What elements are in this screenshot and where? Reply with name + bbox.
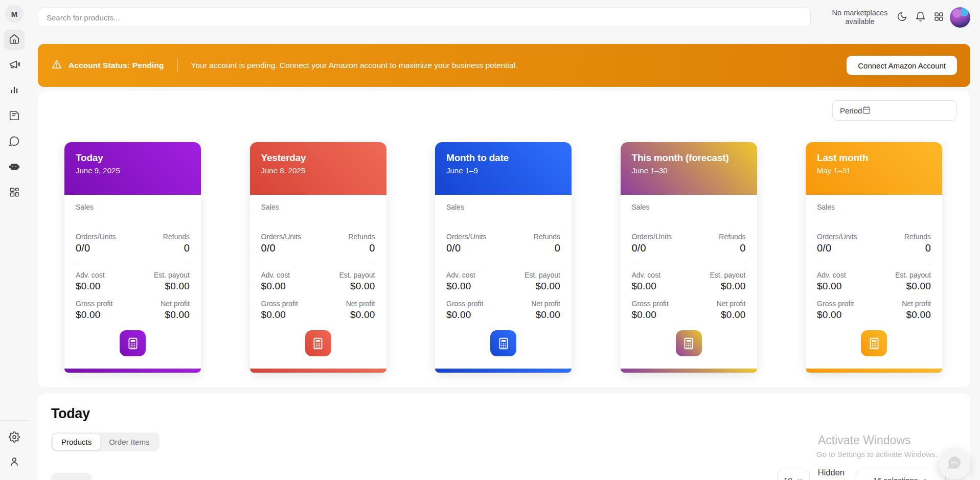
sales-label: Sales <box>446 203 560 211</box>
stat-card-header: Month to date June 1–9 <box>435 142 572 195</box>
adv-cost-value: $0.00 <box>261 281 290 292</box>
gross-profit-value: $0.00 <box>76 309 112 321</box>
est-payout-label: Est. payout <box>710 271 745 279</box>
sidebar-item-home[interactable] <box>4 30 25 50</box>
est-payout-label: Est. payout <box>339 271 375 279</box>
tab-products[interactable]: Products <box>53 434 100 450</box>
card-divider <box>817 263 931 263</box>
gear-icon <box>9 431 20 445</box>
export-button[interactable]: Export <box>51 473 92 480</box>
orders-units-label: Orders/Units <box>817 233 857 241</box>
avatar[interactable] <box>950 7 970 28</box>
period-dropdown[interactable]: Period <box>832 100 957 121</box>
search-input[interactable] <box>38 8 811 27</box>
stat-card-header: Today June 9, 2025 <box>64 142 201 195</box>
est-payout-value: $0.00 <box>154 281 190 292</box>
stat-card-date: May 1–31 <box>817 166 931 175</box>
notifications-button[interactable] <box>911 8 929 27</box>
chat-bubble-icon <box>946 454 963 473</box>
stat-card-title: This month (forecast) <box>632 152 746 164</box>
sidebar-item-ai-assistant[interactable] <box>4 157 25 178</box>
home-icon <box>9 33 20 47</box>
stat-cards-row: Today June 9, 2025 Sales Orders/Units0/0… <box>64 142 942 373</box>
sidebar-item-marketing[interactable] <box>4 55 25 76</box>
sidebar-item-settings[interactable] <box>4 428 25 448</box>
sidebar-item-notes[interactable] <box>4 106 25 127</box>
sidebar-item-apps[interactable] <box>4 183 25 203</box>
today-section: Today Products Order Items Export 10 Hid… <box>38 394 970 480</box>
adv-cost-label: Adv. cost <box>76 271 105 279</box>
sales-label: Sales <box>76 203 190 211</box>
orders-units-value: 0/0 <box>446 242 487 254</box>
calculator-button[interactable] <box>305 330 331 356</box>
note-icon <box>9 110 20 123</box>
tab-order-items[interactable]: Order Items <box>100 434 158 450</box>
gross-profit-label: Gross profit <box>446 300 483 308</box>
adv-cost-value: $0.00 <box>446 281 475 292</box>
stat-card-title: Yesterday <box>261 152 375 164</box>
stat-card-header: This month (forecast) June 1–30 <box>621 142 757 195</box>
connect-amazon-button[interactable]: Connect Amazon Account <box>847 56 957 75</box>
warning-icon <box>51 59 62 72</box>
calculator-button[interactable] <box>120 330 146 356</box>
stat-card-header: Last month May 1–31 <box>806 142 942 195</box>
dashboard-icon <box>9 187 20 200</box>
refunds-label: Refunds <box>534 233 560 241</box>
stat-card-header: Yesterday June 8, 2025 <box>250 142 386 195</box>
sidebar-item-analytics[interactable] <box>4 81 25 101</box>
net-profit-label: Net profit <box>161 300 190 308</box>
banner-divider <box>177 59 178 72</box>
net-profit-label: Net profit <box>902 300 931 308</box>
card-accent-bar <box>435 369 572 373</box>
orders-units-label: Orders/Units <box>76 233 116 241</box>
megaphone-icon <box>9 59 20 72</box>
stat-card-today: Today June 9, 2025 Sales Orders/Units0/0… <box>64 142 201 373</box>
calculator-button[interactable] <box>490 330 516 356</box>
est-payout-label: Est. payout <box>525 271 560 279</box>
stat-card-date: June 1–9 <box>446 166 560 175</box>
est-payout-value: $0.00 <box>339 281 375 292</box>
calculator-button[interactable] <box>861 330 887 356</box>
marketplaces-status: No marketplaces available <box>827 9 893 26</box>
apps-launcher-button[interactable] <box>929 8 948 27</box>
sidebar-item-profile[interactable] <box>4 452 25 473</box>
net-profit-label: Net profit <box>717 300 746 308</box>
card-accent-bar <box>621 369 757 373</box>
page-size-select[interactable]: 10 <box>777 470 810 480</box>
est-payout-label: Est. payout <box>154 271 190 279</box>
selections-value: 16 selections <box>873 476 918 480</box>
robot-icon <box>8 161 20 175</box>
sidebar-item-chat[interactable] <box>4 132 25 152</box>
orders-units-value: 0/0 <box>817 242 857 254</box>
gross-profit-label: Gross profit <box>817 300 854 308</box>
refunds-value: 0 <box>348 242 375 254</box>
refunds-label: Refunds <box>348 233 375 241</box>
topbar: No marketplaces available <box>38 0 970 35</box>
hidden-label: Hidden <box>818 468 845 477</box>
net-profit-value: $0.00 <box>717 309 746 321</box>
app-logo[interactable]: M <box>5 5 24 23</box>
bell-icon <box>915 11 926 24</box>
account-status-banner: Account Status: Pending Your account is … <box>38 44 970 87</box>
support-chat-button[interactable] <box>939 448 970 479</box>
refunds-label: Refunds <box>904 233 931 241</box>
adv-cost-label: Adv. cost <box>817 271 846 279</box>
theme-toggle-button[interactable] <box>893 8 911 27</box>
orders-units-value: 0/0 <box>261 242 302 254</box>
sidebar-divider <box>0 420 29 421</box>
view-tabs: Products Order Items <box>51 432 159 451</box>
stat-card-title: Month to date <box>446 152 560 164</box>
orders-units-value: 0/0 <box>632 242 672 254</box>
stat-card-title: Today <box>76 152 190 164</box>
chat-icon <box>9 135 20 149</box>
adv-cost-label: Adv. cost <box>632 271 661 279</box>
calculator-button[interactable] <box>676 330 702 356</box>
est-payout-value: $0.00 <box>710 281 745 292</box>
banner-status-label: Account Status: Pending <box>69 61 164 70</box>
stat-card-date: June 9, 2025 <box>76 166 190 175</box>
page-size-value: 10 <box>784 476 792 480</box>
stats-panel: Period Today June 9, 2025 Sales Orders/U… <box>38 91 970 387</box>
refunds-value: 0 <box>534 242 560 254</box>
selections-select[interactable]: 16 selections <box>856 470 946 480</box>
stat-card-date: June 8, 2025 <box>261 166 375 175</box>
